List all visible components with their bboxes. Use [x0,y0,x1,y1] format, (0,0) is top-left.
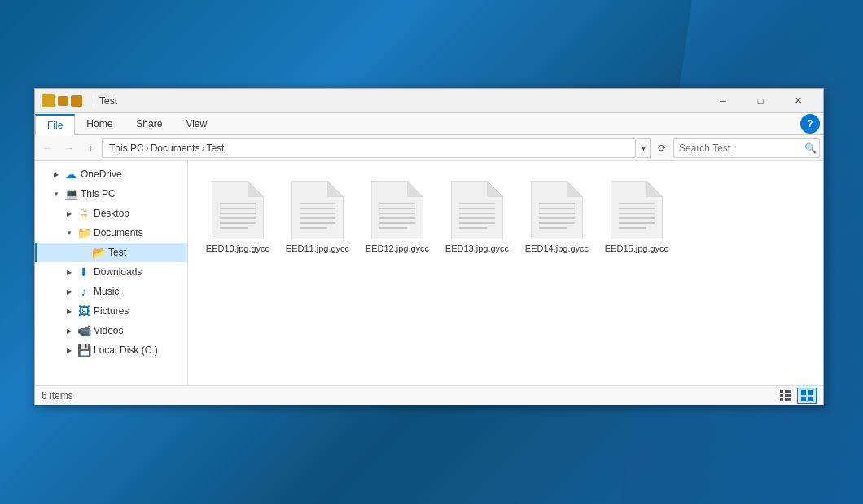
file-item-0[interactable]: EED10.jpg.gycc [201,174,274,261]
downloads-icon: ⬇ [77,265,90,278]
svg-marker-1 [248,181,264,197]
tab-view[interactable]: View [174,113,219,134]
file-name-2: EED12.jpg.gycc [366,243,429,254]
sidebar-item-test[interactable]: 📂 Test [35,243,187,262]
svg-marker-41 [646,181,663,197]
sidebar-label-downloads: Downloads [94,266,142,278]
path-thispc: This PC [109,142,144,154]
folder-icon-arrow [71,95,82,107]
svg-marker-25 [487,181,503,197]
sidebar-item-desktop[interactable]: 🖥 Desktop [35,204,187,223]
file-name-1: EED11.jpg.gycc [286,243,349,254]
sidebar: ☁ OneDrive 💻 This PC 🖥 Desktop 📁 Documen… [35,161,188,385]
documents-icon: 📁 [77,226,90,239]
sidebar-item-videos[interactable]: 📹 Videos [35,321,187,340]
file-area: EED10.jpg.gycc [188,161,823,385]
svg-marker-33 [567,181,583,197]
svg-rect-54 [801,390,806,395]
file-item-3[interactable]: EED13.jpg.gycc [440,174,514,261]
tab-share[interactable]: Share [125,113,174,134]
file-icon-5 [611,181,663,239]
view-tiles-button[interactable] [797,388,817,404]
list-view-icon [780,390,791,401]
back-button[interactable]: ← [38,138,58,158]
arrow-downloads [64,267,74,277]
sidebar-item-localdisk[interactable]: 💾 Local Disk (C:) [35,340,187,360]
search-box[interactable]: 🔍 [673,138,820,158]
sidebar-item-music[interactable]: ♪ Music [35,282,187,301]
svg-rect-55 [808,390,813,395]
view-list-button[interactable] [776,388,795,404]
sidebar-label-pictures: Pictures [94,305,129,317]
file-name-0: EED10.jpg.gycc [206,243,269,254]
window-controls: ─ □ ✕ [704,89,817,113]
svg-rect-53 [785,398,791,401]
sidebar-item-documents[interactable]: 📁 Documents [35,223,187,243]
file-icon-4 [531,181,583,239]
arrow-desktop [64,208,74,218]
path-sep-2: › [201,142,204,154]
sidebar-item-onedrive[interactable]: ☁ OneDrive [35,164,187,184]
sidebar-item-thispc[interactable]: 💻 This PC [35,184,187,204]
desktop-icon: 🖥 [77,207,90,220]
arrow-documents [64,228,74,238]
file-item-4[interactable]: EED14.jpg.gycc [520,174,594,261]
arrow-localdisk [64,345,74,355]
file-name-3: EED13.jpg.gycc [445,243,509,254]
svg-rect-50 [780,398,783,401]
file-name-4: EED14.jpg.gycc [525,243,589,254]
up-button[interactable]: ↑ [81,138,100,158]
main-content: ☁ OneDrive 💻 This PC 🖥 Desktop 📁 Documen… [35,161,823,385]
svg-rect-52 [785,394,791,397]
forward-button[interactable]: → [59,138,79,158]
sidebar-label-thispc: This PC [81,188,116,199]
explorer-window: Test ─ □ ✕ File Home Share View ? ← → ↑ … [34,88,824,405]
maximize-button[interactable]: □ [742,89,779,113]
file-icon-0 [212,181,264,239]
sidebar-label-test: Test [108,247,126,258]
file-icon-2 [371,181,423,239]
file-item-5[interactable]: EED15.jpg.gycc [600,174,673,261]
path-sep-1: › [146,142,149,154]
title-bar-icons [42,94,82,107]
file-item-2[interactable]: EED12.jpg.gycc [361,174,434,261]
file-item-1[interactable]: EED11.jpg.gycc [281,174,354,261]
videos-icon: 📹 [77,324,90,337]
sidebar-label-videos: Videos [94,325,123,336]
address-path[interactable]: This PC › Documents › Test [102,138,636,158]
folder-icon-tiny [58,96,68,106]
sidebar-item-pictures[interactable]: 🖼 Pictures [35,301,187,321]
sidebar-item-downloads[interactable]: ⬇ Downloads [35,262,187,282]
svg-rect-51 [785,390,791,393]
search-input[interactable] [679,142,801,154]
title-bar: Test ─ □ ✕ [35,89,823,113]
onedrive-icon: ☁ [64,168,77,181]
arrow-videos [64,326,74,335]
arrow-onedrive [51,169,61,179]
status-bar: 6 items [35,385,823,405]
minimize-button[interactable]: ─ [704,89,742,113]
search-icon[interactable]: 🔍 [804,142,817,154]
tiles-view-icon [801,390,813,401]
arrow-thispc [51,189,61,199]
sidebar-label-desktop: Desktop [94,208,129,219]
tab-home[interactable]: Home [75,113,125,134]
refresh-button[interactable]: ⟳ [652,138,672,158]
path-test: Test [206,142,224,154]
file-name-5: EED15.jpg.gycc [605,243,668,254]
file-icon-3 [451,181,503,239]
sidebar-label-documents: Documents [94,227,143,239]
help-button[interactable]: ? [800,114,820,134]
drive-icon: 💾 [77,344,90,357]
path-documents: Documents [151,142,200,154]
file-icon-1 [291,181,344,239]
arrow-pictures [64,306,74,316]
ribbon-tabs: File Home Share View ? [35,113,823,134]
svg-rect-57 [808,397,813,401]
address-dropdown[interactable]: ▼ [637,138,651,158]
folder-icon-small [42,94,55,107]
sidebar-label-localdisk: Local Disk (C:) [94,344,158,356]
music-icon: ♪ [77,285,90,298]
close-button[interactable]: ✕ [779,89,817,113]
tab-file[interactable]: File [35,114,75,135]
